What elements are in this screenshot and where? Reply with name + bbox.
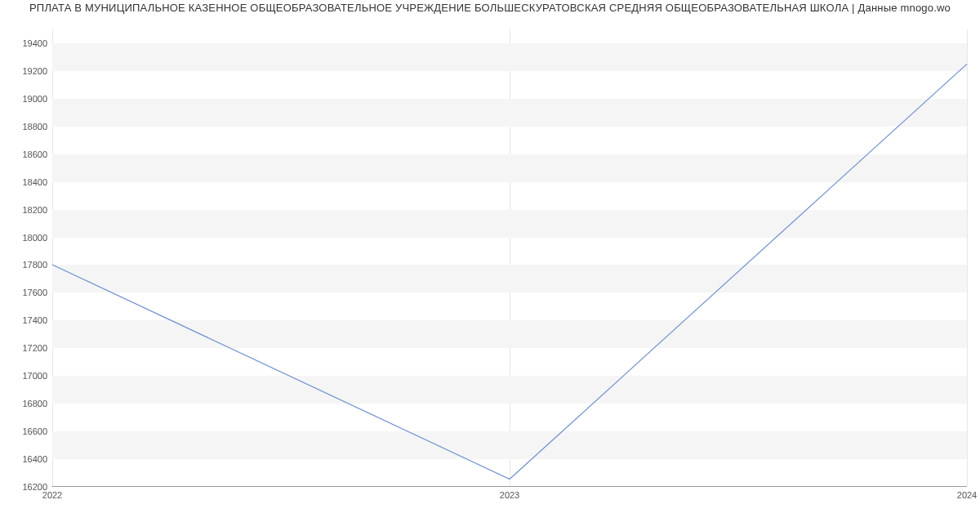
y-tick-label: 16400 [7, 454, 47, 464]
x-tick-label: 2024 [957, 490, 977, 500]
y-tick-label: 16800 [7, 399, 47, 408]
y-tick-label: 16200 [7, 482, 47, 492]
y-tick-label: 16600 [7, 426, 47, 436]
y-tick-label: 18000 [7, 233, 47, 243]
y-tick-label: 17800 [7, 260, 47, 270]
y-tick-label: 18400 [7, 177, 47, 187]
x-gridline [967, 29, 968, 486]
y-tick-label: 17400 [7, 315, 47, 325]
y-tick-label: 19000 [7, 94, 47, 104]
y-tick-label: 18800 [7, 122, 47, 132]
chart-container: РПЛАТА В МУНИЦИПАЛЬНОЕ КАЗЕННОЕ ОБЩЕОБРА… [0, 0, 980, 531]
y-tick-label: 19200 [7, 66, 47, 76]
y-tick-label: 18200 [7, 205, 47, 215]
chart-title: РПЛАТА В МУНИЦИПАЛЬНОЕ КАЗЕННОЕ ОБЩЕОБРА… [0, 2, 980, 14]
data-line [52, 64, 967, 479]
y-tick-label: 17600 [7, 288, 47, 297]
x-tick-label: 2023 [500, 490, 519, 500]
plot-area [52, 29, 967, 487]
line-layer [52, 29, 967, 486]
y-tick-label: 19400 [7, 38, 47, 48]
y-tick-label: 17000 [7, 371, 47, 381]
x-tick-label: 2022 [42, 490, 62, 500]
y-tick-label: 18600 [7, 149, 47, 159]
y-tick-label: 17200 [7, 343, 47, 353]
